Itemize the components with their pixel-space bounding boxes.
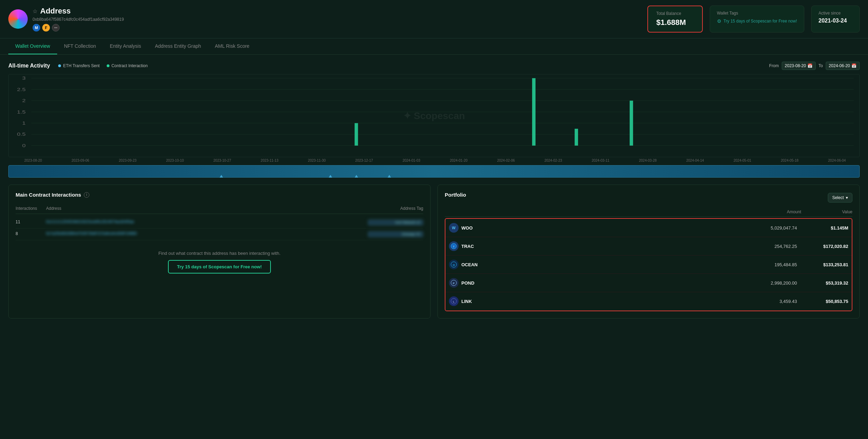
- x-label-4: 2023-10-10: [166, 159, 184, 162]
- x-label-7: 2023-11-30: [308, 159, 326, 162]
- row1-tag: Inch Network v2: [368, 220, 423, 225]
- svg-marker-19: [329, 175, 332, 178]
- main-content: All-time Activity ETH Transfers Sent Con…: [0, 55, 868, 325]
- badge-fox: F: [42, 24, 50, 32]
- contract-interactions-title-text: Main Contract Interactions: [16, 192, 81, 198]
- svg-text:3: 3: [22, 76, 26, 80]
- row2-tag: Uniswap V2: [368, 231, 423, 237]
- table-header: Interactions Address Address Tag: [16, 203, 423, 214]
- token-woo-name: WOO: [461, 225, 473, 231]
- row1-address[interactable]: 0x111111254534b519223cebf5c2614674acb54f…: [46, 220, 365, 225]
- x-label-13: 2024-03-11: [592, 159, 609, 162]
- x-label-11: 2024-02-06: [497, 159, 515, 162]
- table-row: 8 0x7a250d5630B4cF539739dF2C5dAcb4c659F2…: [16, 229, 423, 240]
- date-range: From 2023-08-20 📅 To 2024-06-20 📅: [769, 62, 860, 70]
- wallet-tags-card: Wallet Tags ⚙ Try 15 days of Scopescan f…: [710, 6, 804, 33]
- row2-address[interactable]: 0x7a250d5630B4cF539739dF2C5dAcb4c659F248…: [46, 231, 365, 237]
- token-trac-value: $172,020.82: [800, 244, 848, 249]
- x-label-3: 2023-09-23: [119, 159, 136, 162]
- token-trac-icon: T: [449, 241, 459, 251]
- chart-svg: 3 2.5 2 1.5 1 0.5 0: [9, 74, 859, 157]
- col-address: Address: [46, 206, 365, 211]
- token-link-value: $50,853.75: [800, 299, 848, 304]
- tab-address-entity-graph[interactable]: Address Entity Graph: [148, 38, 208, 54]
- star-icon[interactable]: ☆: [33, 8, 37, 15]
- token-trac-row: T TRAC: [449, 241, 739, 251]
- token-trac-name: TRAC: [461, 244, 474, 249]
- calendar-icon: 📅: [807, 63, 813, 68]
- legend-eth: ETH Transfers Sent: [58, 63, 99, 68]
- slider-markers: [8, 165, 860, 178]
- contract-interactions-title: Main Contract Interactions i: [16, 192, 423, 198]
- portfolio-item-trac: T TRAC 254,762.25 $172,020.82: [445, 237, 852, 256]
- col-value: Value: [804, 209, 852, 214]
- portfolio-item-woo: W WOO 5,029,047.74 $1.145M: [445, 219, 852, 237]
- portfolio-highlight-border: W WOO 5,029,047.74 $1.145M T: [445, 218, 852, 311]
- portfolio-title: Portfolio: [445, 192, 466, 198]
- svg-text:0.5: 0.5: [17, 132, 26, 137]
- portfolio-columns: Amount Value: [445, 207, 852, 217]
- nav-tabs: Wallet Overview NFT Collection Entity An…: [0, 38, 868, 55]
- token-ocean-row: O OCEAN: [449, 260, 739, 269]
- token-woo-value: $1.145M: [800, 225, 848, 231]
- token-pond-amount: 2,998,200.00: [742, 280, 797, 286]
- table-row: 11 0x111111254534b519223cebf5c2614674acb…: [16, 217, 423, 229]
- total-balance-label: Total Balance: [656, 11, 694, 16]
- x-label-10: 2024-01-20: [450, 159, 468, 162]
- address-hash: 0xb8ba647f5867c4dfc0c454adf1aa6cf92a3498…: [33, 17, 124, 22]
- tab-wallet-overview[interactable]: Wallet Overview: [8, 38, 57, 54]
- token-ocean-icon: O: [449, 260, 459, 269]
- badge-metamask: M: [33, 24, 40, 32]
- legend-dot-green: [107, 64, 109, 67]
- to-date-input[interactable]: 2024-06-20 📅: [826, 62, 860, 70]
- svg-rect-17: [630, 101, 633, 146]
- to-label: To: [818, 63, 823, 68]
- contract-interactions-card: Main Contract Interactions i Interaction…: [8, 185, 431, 319]
- from-date-input[interactable]: 2023-08-20 📅: [782, 62, 816, 70]
- from-date-value: 2023-08-20: [785, 63, 806, 68]
- token-link-row: L LINK: [449, 296, 739, 306]
- wallet-tags-label: Wallet Tags: [717, 11, 797, 16]
- x-label-5: 2023-10-27: [213, 159, 231, 162]
- select-dropdown[interactable]: Select ▾: [828, 193, 852, 203]
- activity-section: All-time Activity ETH Transfers Sent Con…: [8, 62, 860, 178]
- total-balance-card: Total Balance $1.688M: [647, 6, 703, 33]
- avatar: [8, 9, 28, 29]
- address-title-row: ☆ Address: [33, 7, 124, 16]
- info-icon[interactable]: i: [84, 192, 89, 198]
- badge-more[interactable]: ···: [52, 24, 60, 32]
- legend-contract: Contract Interaction: [107, 63, 148, 68]
- svg-rect-15: [532, 78, 535, 146]
- tab-nft-collection[interactable]: NFT Collection: [57, 38, 103, 54]
- x-label-12: 2024-02-23: [544, 159, 562, 162]
- portfolio-header: Portfolio Select ▾: [445, 192, 852, 203]
- token-woo-amount: 5,029,047.74: [742, 225, 797, 231]
- legend-dot-blue: [58, 64, 61, 67]
- col-tag: Address Tag: [368, 206, 423, 211]
- chevron-down-icon: ▾: [846, 195, 848, 200]
- x-axis-labels: 2023-08-20 2023-09-06 2023-09-23 2023-10…: [8, 157, 860, 164]
- token-link-icon: L: [449, 296, 459, 306]
- total-balance-value: $1.688M: [656, 18, 694, 27]
- portfolio-item-link: L LINK 3,459.43 $50,853.75: [445, 292, 852, 311]
- activity-legend: ETH Transfers Sent Contract Interaction: [58, 63, 148, 68]
- tab-entity-analysis[interactable]: Entity Analysis: [103, 38, 148, 54]
- tab-aml-risk-score[interactable]: AML Risk Score: [208, 38, 256, 54]
- active-since-value: 2021-03-24: [818, 18, 852, 24]
- promo-button[interactable]: Try 15 days of Scopescan for Free now!: [168, 260, 271, 274]
- x-label-18: 2024-06-04: [828, 159, 846, 162]
- chart-range-slider[interactable]: [8, 165, 860, 178]
- address-info: ☆ Address 0xb8ba647f5867c4dfc0c454adf1aa…: [33, 7, 124, 32]
- wallet-tags-promo[interactable]: ⚙ Try 15 days of Scopescan for Free now!: [717, 18, 797, 24]
- col-token: [445, 209, 743, 214]
- header-right: Total Balance $1.688M Wallet Tags ⚙ Try …: [647, 6, 860, 33]
- svg-text:P: P: [453, 282, 455, 285]
- x-label-2: 2023-09-06: [72, 159, 89, 162]
- portfolio-item-pond: P POND 2,998,200.00 $53,319.32: [445, 274, 852, 292]
- activity-header: All-time Activity ETH Transfers Sent Con…: [8, 62, 860, 70]
- svg-marker-21: [388, 175, 391, 178]
- token-pond-row: P POND: [449, 278, 739, 288]
- token-woo-icon: W: [449, 223, 459, 233]
- activity-chart: ✦ Scopescan 3 2.5 2 1.5 1 0.5 0: [8, 74, 860, 157]
- token-pond-icon: P: [449, 278, 459, 288]
